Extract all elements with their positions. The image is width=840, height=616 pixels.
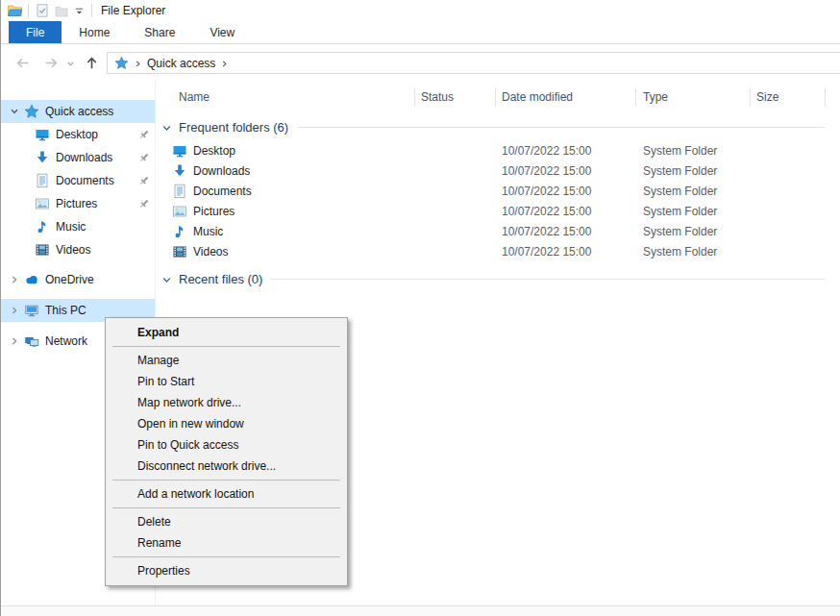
tab-home[interactable]: Home [62,21,127,43]
menu-item-delete[interactable]: Delete [106,511,347,532]
toolbar-separator [28,4,29,17]
computer-icon [24,303,39,318]
column-divider[interactable] [495,88,496,107]
file-type: System Folder [643,205,717,218]
pin-icon [138,152,150,163]
file-row-downloads[interactable]: Downloads 10/07/2022 15:00 System Folder [156,161,840,182]
breadcrumb-quick-access[interactable]: Quick access [147,57,215,70]
group-header-rule [272,279,825,280]
tab-view[interactable]: View [192,21,252,43]
column-header-status[interactable]: Status [421,90,454,104]
chevron-down-icon[interactable] [10,107,19,116]
group-header-rule [298,127,825,128]
menu-separator [112,480,340,480]
sidebar-item-label: Downloads [56,151,112,164]
desktop-icon [172,143,187,159]
file-name: Desktop [193,144,235,158]
menu-item-expand[interactable]: Expand [106,322,347,343]
sidebar-item-onedrive[interactable]: OneDrive [1,268,155,291]
file-name: Documents [193,185,252,198]
menu-item-add-a-network-location[interactable]: Add a network location [106,483,347,505]
group-header-frequent-folders[interactable]: Frequent folders (6) [156,117,825,136]
sidebar-item-label: Quick access [45,105,113,118]
menu-item-map-network-drive[interactable]: Map network drive... [106,392,347,413]
file-date-modified: 10/07/2022 15:00 [502,225,591,238]
file-explorer-window: File Explorer File Home Share View Quick… [0,0,840,616]
menu-item-pin-to-quick-access[interactable]: Pin to Quick access [106,434,347,456]
file-type: System Folder [643,185,717,198]
videos-icon [35,242,50,258]
sidebar-item-videos[interactable]: Videos [1,238,155,261]
up-icon[interactable] [84,55,100,71]
forward-icon[interactable] [43,55,60,71]
menu-item-open-in-new-window[interactable]: Open in new window [106,413,347,434]
breadcrumb-chevron-icon[interactable] [134,60,142,68]
file-type: System Folder [643,245,717,259]
file-type: System Folder [643,225,717,238]
menu-item-rename[interactable]: Rename [106,532,347,554]
sidebar-item-label: This PC [45,304,86,317]
pictures-icon [172,204,187,219]
file-name: Pictures [193,205,235,218]
column-divider[interactable] [414,88,415,107]
tab-share[interactable]: Share [127,21,192,43]
menu-item-disconnect-network-drive[interactable]: Disconnect network drive... [106,456,347,477]
column-header-name[interactable]: Name [179,90,210,104]
navigation-bar: Quick access [1,45,840,81]
window-title: File Explorer [101,4,165,17]
sidebar-item-quick-access[interactable]: Quick access [1,100,155,123]
file-date-modified: 10/07/2022 15:00 [502,245,591,259]
sidebar-item-downloads[interactable]: Downloads [1,146,155,169]
new-folder-icon[interactable] [54,3,69,18]
menu-item-properties[interactable]: Properties [106,560,347,581]
group-header-label: Frequent folders (6) [179,120,288,135]
file-date-modified: 10/07/2022 15:00 [502,144,591,158]
file-explorer-logo-icon[interactable] [7,3,22,18]
status-bar [1,605,840,616]
sidebar-item-pictures[interactable]: Pictures [1,192,155,215]
chevron-right-icon[interactable] [10,306,19,315]
file-row-desktop[interactable]: Desktop 10/07/2022 15:00 System Folder [156,141,840,161]
ribbon-tab-bar: File Home Share View [1,21,840,44]
file-row-documents[interactable]: Documents 10/07/2022 15:00 System Folder [156,182,840,202]
file-name: Videos [193,245,228,259]
address-bar[interactable]: Quick access [107,52,840,74]
file-date-modified: 10/07/2022 15:00 [502,164,591,178]
title-bar: File Explorer [1,0,840,21]
menu-item-manage[interactable]: Manage [106,350,347,371]
videos-icon [172,244,187,259]
chevron-right-icon[interactable] [10,275,19,284]
properties-icon[interactable] [35,3,50,18]
sidebar-item-label: Videos [56,243,90,257]
column-header-date-modified[interactable]: Date modified [502,90,573,104]
chevron-right-icon[interactable] [10,336,19,346]
file-name: Music [193,225,223,238]
breadcrumb-chevron-icon[interactable] [220,60,229,68]
column-headers: Name Status Date modified Type Size [156,85,840,110]
column-divider[interactable] [750,88,751,107]
menu-item-pin-to-start[interactable]: Pin to Start [106,371,347,392]
music-icon [172,224,187,239]
back-icon[interactable] [14,55,31,71]
file-row-pictures[interactable]: Pictures 10/07/2022 15:00 System Folder [156,202,840,222]
sidebar-item-desktop[interactable]: Desktop [1,123,155,146]
customize-quick-access-toolbar-icon[interactable] [73,5,86,17]
file-row-videos[interactable]: Videos 10/07/2022 15:00 System Folder [156,242,840,262]
file-row-music[interactable]: Music 10/07/2022 15:00 System Folder [156,222,840,242]
context-menu: Expand Manage Pin to Start Map network d… [105,317,348,586]
sidebar-item-music[interactable]: Music [1,215,155,238]
column-divider[interactable] [825,88,826,107]
column-header-type[interactable]: Type [643,90,668,104]
sidebar-item-label: OneDrive [45,273,94,286]
chevron-down-icon[interactable] [161,123,172,134]
menu-separator [112,507,340,508]
tab-file[interactable]: File [9,21,62,43]
chevron-down-icon[interactable] [161,275,172,285]
pictures-icon [35,196,50,211]
recent-locations-chevron-icon[interactable] [66,60,75,68]
group-header-recent-files[interactable]: Recent files (0) [156,269,825,288]
column-divider[interactable] [635,88,636,107]
sidebar-item-documents[interactable]: Documents [1,169,155,192]
network-icon [24,333,39,349]
column-header-size[interactable]: Size [756,90,778,104]
